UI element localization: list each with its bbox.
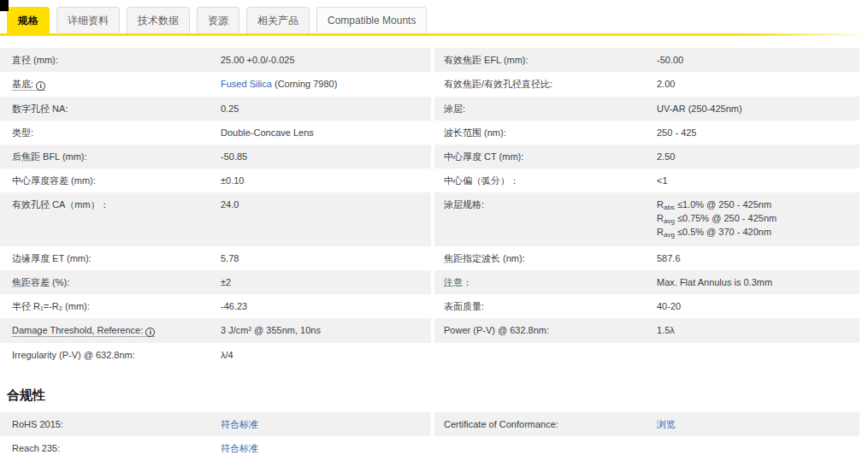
spec-label: 边缘厚度 ET (mm): (0, 246, 221, 270)
spec-row-radius: 半径 R₁=-R₂ (mm): -46.23 表面质量: 40-20 (0, 294, 868, 318)
damage-threshold-label-tooltip[interactable]: Damage Threshold, Reference:i (12, 325, 155, 337)
spec-label: 基底:i (0, 72, 221, 97)
info-icon[interactable]: i (145, 328, 155, 337)
spec-label: 表面质量: (434, 294, 657, 318)
spec-label: 有效焦距 EFL (mm): (434, 48, 657, 72)
spec-value: <1 (657, 168, 859, 192)
spec-row-substrate: 基底:i Fused Silica (Corning 7980) 有效焦距/有效… (0, 72, 868, 97)
coating-spec-line: Rabs ≤1.0% @ 250 - 425nm (657, 199, 853, 213)
spec-value: UV-AR (250-425nm) (657, 97, 859, 121)
spec-row-type: 类型: Double-Concave Lens 波长范围 (nm): 250 -… (0, 121, 868, 145)
tab-details[interactable]: 详细资料 (56, 7, 120, 33)
window-corner-artifact (0, 0, 9, 11)
spec-label: 波长范围 (nm): (434, 121, 657, 145)
spec-value-text: (Corning 7980) (272, 79, 337, 89)
spec-label: 焦距容差 (%): (0, 270, 221, 294)
spec-value: Max. Flat Annulus is 0.3mm (657, 270, 859, 294)
compliance-value: 符合标准 (221, 412, 431, 436)
coating-spec-line: Ravg ≤0.75% @ 250 - 425nm (657, 213, 853, 227)
reach-compliant-link[interactable]: 符合标准 (221, 443, 258, 453)
spec-label: Damage Threshold, Reference:i (0, 318, 221, 343)
spec-label: 中心厚度 CT (mm): (434, 145, 657, 168)
spec-value: 25.00 +0.0/-0.025 (221, 48, 431, 72)
spec-label: 中心厚度容差 (mm): (0, 168, 221, 192)
compliance-row-reach: Reach 235: 符合标准 (0, 436, 868, 460)
spec-label (434, 343, 657, 367)
compliance-label: RoHS 2015: (0, 412, 221, 436)
spec-value: 587.6 (657, 246, 859, 270)
spec-row-focal-tolerance: 焦距容差 (%): ±2 注意： Max. Flat Annulus is 0.… (0, 270, 868, 294)
spec-row-damage-threshold: Damage Threshold, Reference:i 3 J/cm² @ … (0, 318, 868, 343)
spec-label: 中心偏（弧分）： (434, 168, 657, 192)
spec-value: ±2 (221, 270, 431, 294)
spec-value: -50.00 (657, 48, 859, 72)
spec-value: 2.00 (657, 72, 859, 97)
tab-compatible-mounts[interactable]: Compatible Mounts (316, 7, 427, 33)
coating-spec-line: Ravg ≤0.5% @ 370 - 420nm (657, 227, 853, 240)
spec-row-diameter: 直径 (mm): 25.00 +0.0/-0.025 有效焦距 EFL (mm)… (0, 48, 868, 72)
compliance-row-rohs: RoHS 2015: 符合标准 Certificate of Conforman… (0, 412, 868, 436)
tab-accent-underline (0, 33, 868, 36)
spec-value: 2.50 (657, 145, 859, 168)
tab-resources[interactable]: 资源 (197, 7, 239, 33)
spec-row-irregularity: Irregularity (P-V) @ 632.8nm: λ/4 (0, 343, 868, 367)
spec-label: 涂层规格: (434, 192, 657, 246)
spec-label-text: Damage Threshold, Reference: (12, 325, 143, 335)
spec-row-numerical-aperture: 数字孔径 NA: 0.25 涂层: UV-AR (250-425nm) (0, 97, 868, 121)
spec-value: 3 J/cm² @ 355nm, 10ns (221, 318, 431, 343)
specifications-table: 直径 (mm): 25.00 +0.0/-0.025 有效焦距 EFL (mm)… (0, 48, 868, 367)
spec-value: 1.5λ (657, 318, 859, 343)
spec-value: -46.23 (221, 294, 431, 318)
compliance-value: 符合标准 (221, 436, 431, 460)
spec-value: -50.85 (221, 145, 431, 168)
spec-row-bfl: 后焦距 BFL (mm): -50.85 中心厚度 CT (mm): 2.50 (0, 145, 868, 168)
spec-value-coating-spec: Rabs ≤1.0% @ 250 - 425nm Ravg ≤0.75% @ 2… (657, 192, 859, 246)
spec-value: Fused Silica (Corning 7980) (221, 72, 431, 97)
tab-specifications[interactable]: 规格 (7, 7, 50, 33)
spec-label: 有效焦距/有效孔径直径比: (434, 72, 657, 97)
info-icon[interactable]: i (36, 81, 45, 91)
spec-label: 直径 (mm): (0, 48, 221, 72)
fused-silica-link[interactable]: Fused Silica (221, 79, 272, 89)
spec-value (657, 343, 859, 367)
spec-label: 焦距指定波长 (nm): (434, 246, 657, 270)
spec-label: 后焦距 BFL (mm): (0, 145, 221, 168)
spec-value: λ/4 (221, 343, 431, 367)
tab-related-products[interactable]: 相关产品 (246, 7, 310, 33)
certificate-view-link[interactable]: 浏览 (657, 419, 676, 429)
spec-value: 0.25 (221, 97, 431, 121)
spec-label-text: 基底: (12, 79, 33, 89)
compliance-value: 浏览 (657, 412, 859, 436)
spec-row-edge-thickness: 边缘厚度 ET (mm): 5.78 焦距指定波长 (nm): 587.6 (0, 246, 868, 270)
spec-label: 半径 R₁=-R₂ (mm): (0, 294, 221, 318)
spec-value: ±0.10 (221, 168, 431, 192)
rohs-compliant-link[interactable]: 符合标准 (221, 419, 258, 429)
spec-value: 5.78 (221, 246, 431, 270)
spec-label: Irregularity (P-V) @ 632.8nm: (0, 343, 221, 367)
spec-value: 250 - 425 (657, 121, 859, 145)
spec-label: Power (P-V) @ 632.8nm: (434, 318, 657, 343)
tab-technical-data[interactable]: 技术数据 (127, 7, 190, 33)
spec-label: 数字孔径 NA: (0, 97, 221, 121)
compliance-label: Reach 235: (0, 436, 221, 460)
compliance-value (657, 436, 859, 460)
spec-value: 24.0 (221, 192, 431, 246)
spec-value: Double-Concave Lens (221, 121, 431, 145)
spec-label: 类型: (0, 121, 221, 145)
spec-value: 40-20 (657, 294, 859, 318)
spec-row-clear-aperture: 有效孔径 CA（mm）： 24.0 涂层规格: Rabs ≤1.0% @ 250… (0, 192, 868, 246)
compliance-label: Certificate of Conformance: (434, 412, 657, 436)
spec-label: 有效孔径 CA（mm）： (0, 192, 221, 246)
spec-label: 涂层: (434, 97, 657, 121)
compliance-label (434, 436, 657, 460)
spec-label: 注意： (434, 270, 657, 294)
tab-bar: 规格 详细资料 技术数据 资源 相关产品 Compatible Mounts (0, 0, 868, 33)
spec-row-ct-tolerance: 中心厚度容差 (mm): ±0.10 中心偏（弧分）： <1 (0, 168, 868, 192)
compliance-heading: 合规性 (7, 387, 868, 404)
compliance-table: RoHS 2015: 符合标准 Certificate of Conforman… (0, 412, 868, 460)
substrate-label-tooltip[interactable]: 基底:i (12, 79, 45, 91)
